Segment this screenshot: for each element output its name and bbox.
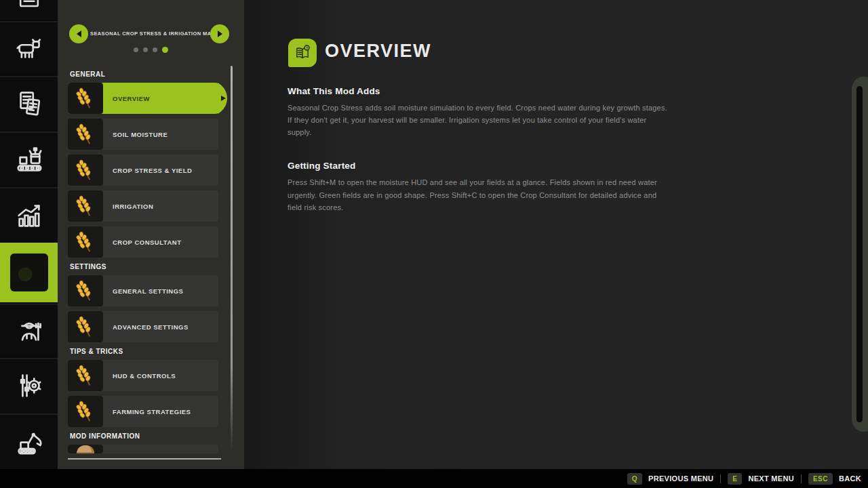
screen-icon <box>14 0 44 14</box>
hint-separator <box>720 474 721 483</box>
section-header-tips-tricks: TIPS & TRICKS <box>70 348 231 355</box>
rail-item-game-settings[interactable] <box>0 358 58 412</box>
wheat-icon <box>68 396 103 427</box>
section-body: Press Shift+M to open the moisture HUD a… <box>288 176 667 213</box>
sidebar-item-overview[interactable]: OVERVIEW <box>68 83 218 114</box>
help-badge: ? <box>288 39 317 67</box>
wheat-icon <box>68 275 103 306</box>
sidebar-scrollbar[interactable] <box>231 66 233 451</box>
production-line-icon <box>14 144 45 175</box>
sidebar-item-advanced-settings[interactable]: ADVANCED SETTINGS <box>68 311 218 342</box>
hint-back[interactable]: ESC BACK <box>808 473 861 485</box>
hint-separator <box>801 474 802 483</box>
sidebar-item-crop-consultant[interactable]: CROP CONSULTANT <box>68 226 218 258</box>
page-title: OVERVIEW <box>325 41 431 62</box>
sidebar-item-soil-moisture[interactable]: SOIL MOISTURE <box>68 119 218 150</box>
content-section: Getting Started Press Shift+M to open th… <box>288 161 667 213</box>
rail-item-statistics[interactable] <box>0 187 58 241</box>
key-badge-q: Q <box>627 473 642 485</box>
footer-hint-bar: Q PREVIOUS MENU E NEXT MENU ESC BACK <box>0 469 868 488</box>
panel-bottom-divider <box>68 458 221 460</box>
settings-sliders-gear-icon <box>14 370 45 401</box>
prev-category-button[interactable] <box>69 24 88 43</box>
page-dots <box>58 47 244 53</box>
cow-icon <box>14 33 45 64</box>
wheat-icon <box>68 155 103 186</box>
rail-item-animals[interactable] <box>0 21 58 75</box>
documents-icon <box>14 88 45 119</box>
content-section: What This Mod Adds Seasonal Crop Stress … <box>288 86 667 138</box>
section-header-settings: SETTINGS <box>70 263 231 270</box>
next-category-button[interactable] <box>210 24 229 43</box>
sidebar-nav-list: GENERAL OVERVIEW SOIL MOISTURE CROP STRE… <box>68 65 231 453</box>
wheat-icon <box>68 190 103 222</box>
left-icon-rail <box>0 0 58 469</box>
mod-thumbnail <box>10 253 48 291</box>
hint-previous-menu[interactable]: Q PREVIOUS MENU <box>627 473 713 485</box>
page-dot[interactable] <box>143 47 148 52</box>
section-heading: Getting Started <box>288 161 667 171</box>
page-dot-active[interactable] <box>162 47 168 53</box>
sidebar-item-irrigation[interactable]: IRRIGATION <box>68 190 218 222</box>
sidebar-item-general-settings[interactable]: GENERAL SETTINGS <box>68 275 218 306</box>
chevron-left-icon <box>77 30 81 37</box>
section-body: Seasonal Crop Stress adds soil moisture … <box>288 102 667 138</box>
sidebar-panel: SEASONAL CROP STRESS & IRRIGATION MA... … <box>58 0 244 469</box>
wheat-icon <box>68 311 103 342</box>
category-title: SEASONAL CROP STRESS & IRRIGATION MA... <box>90 30 212 37</box>
rail-item-construction[interactable] <box>0 413 58 469</box>
sidebar-item-mod-info-partial[interactable] <box>68 445 218 453</box>
excavator-icon <box>14 426 45 458</box>
help-text-content: What This Mod Adds Seasonal Crop Stress … <box>288 86 667 214</box>
page-dot[interactable] <box>134 47 138 52</box>
hint-next-menu[interactable]: E NEXT MENU <box>728 473 794 485</box>
key-badge-esc: ESC <box>808 473 833 485</box>
key-badge-e: E <box>728 473 742 485</box>
section-header-mod-information: MOD INFORMATION <box>70 432 231 440</box>
selected-item-tab <box>218 83 227 114</box>
farmer-icon <box>14 315 45 346</box>
rail-item-farmer[interactable] <box>0 304 58 357</box>
sidebar-item-crop-stress-yield[interactable]: CROP STRESS & YIELD <box>68 155 218 186</box>
wheat-icon <box>68 83 103 114</box>
sidebar-item-hud-controls[interactable]: HUD & CONTROLS <box>68 360 218 391</box>
wheat-icon <box>68 360 103 391</box>
section-heading: What This Mod Adds <box>288 86 667 96</box>
rail-item-mod-help[interactable] <box>0 243 58 302</box>
rail-item-production[interactable] <box>0 131 58 186</box>
wheat-icon <box>68 226 103 258</box>
section-header-general: GENERAL <box>70 70 231 78</box>
page-dot[interactable] <box>153 47 157 52</box>
rail-item-contracts[interactable] <box>0 76 58 130</box>
svg-text:?: ? <box>306 46 309 50</box>
bar-chart-icon <box>14 199 45 230</box>
hat-icon <box>68 445 103 453</box>
content-scrollbar-slot <box>856 86 863 422</box>
rail-item-screen[interactable] <box>0 0 58 20</box>
wheat-icon <box>68 119 103 150</box>
main-content-area: ? OVERVIEW What This Mod Adds Seasonal C… <box>244 0 868 469</box>
content-scrollbar[interactable] <box>852 77 868 432</box>
open-book-question-icon: ? <box>293 43 312 62</box>
sidebar-item-farming-strategies[interactable]: FARMING STRATEGIES <box>68 396 218 427</box>
chevron-right-icon <box>218 30 222 37</box>
